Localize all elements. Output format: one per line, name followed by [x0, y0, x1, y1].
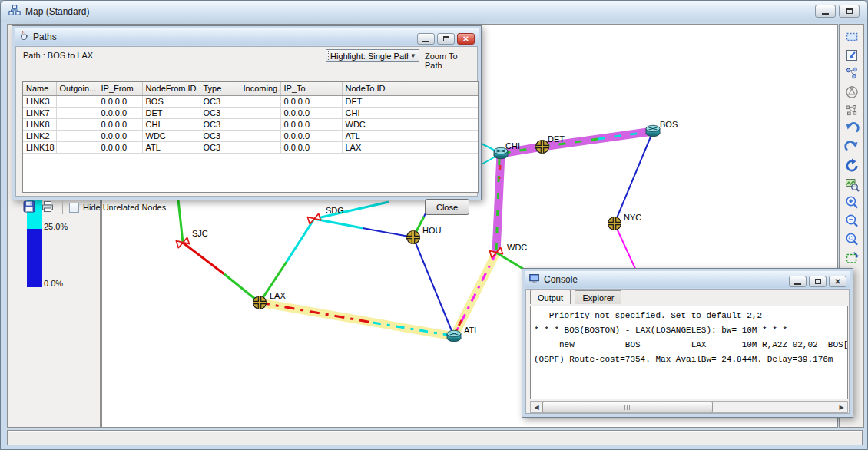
table-row[interactable]: LINK70.0.0.0DETOC30.0.0.0CHI: [23, 107, 479, 118]
scroll-left-icon[interactable]: ◀: [531, 402, 542, 412]
node-DET[interactable]: [536, 141, 549, 154]
highlight-mode-dropdown[interactable]: Highlight: Single Path ▼: [326, 49, 419, 62]
paths-dialog-footer: Hide Unrelated Nodes Close: [22, 197, 479, 217]
table-cell: [56, 130, 98, 141]
console-output[interactable]: ---Priority not specified. Set to defaul…: [530, 306, 848, 399]
minimize-button[interactable]: [815, 5, 836, 18]
console-title: Console: [544, 274, 578, 285]
table-cell: LINK7: [23, 107, 56, 118]
column-header[interactable]: Name: [23, 82, 56, 95]
node-HOU[interactable]: [407, 231, 420, 244]
table-cell: [240, 95, 280, 107]
map-link[interactable]: [615, 131, 653, 223]
zoom-out-icon[interactable]: [843, 212, 861, 230]
table-cell: OC3: [200, 107, 240, 118]
topology-nodes-icon[interactable]: [843, 65, 861, 83]
console-line: * * * BOS(BOSTON) - LAX(LOSANGELES): bw=…: [534, 323, 844, 338]
zoom-fit-icon[interactable]: [843, 175, 861, 194]
node-NYC[interactable]: [608, 217, 621, 230]
node-label: ATL: [464, 326, 479, 335]
maximize-button[interactable]: [839, 5, 860, 18]
graph-layout-icon[interactable]: [843, 101, 861, 120]
table-cell: [240, 141, 280, 153]
scroll-right-icon[interactable]: ▶: [836, 402, 847, 412]
console-line: (OSPF) Route-cost=7354. Max_AvailBw= 24.…: [534, 352, 844, 367]
tab-output[interactable]: Output: [530, 290, 571, 304]
table-cell: 0.0.0.0: [98, 95, 142, 107]
table-row[interactable]: LINK20.0.0.0WDCOC30.0.0.0ATL: [23, 130, 479, 141]
path-description: Path : BOS to LAX: [23, 51, 93, 60]
console-minimize-button[interactable]: [789, 276, 807, 287]
table-cell: LINK18: [23, 141, 56, 153]
column-header[interactable]: IP_From: [98, 82, 142, 95]
undo-icon[interactable]: [843, 120, 861, 138]
node-label: DET: [548, 134, 565, 144]
paths-table: NameOutgoin...IP_FromNodeFrom.IDTypeInco…: [22, 81, 479, 193]
node-label: SJC: [192, 229, 208, 238]
console-maximize-button[interactable]: [809, 276, 827, 287]
column-header[interactable]: Type: [200, 82, 240, 95]
table-cell: 0.0.0.0: [98, 130, 142, 141]
table-cell: [56, 107, 98, 118]
tab-explorer[interactable]: Explorer: [575, 290, 621, 304]
save-icon[interactable]: [22, 200, 38, 215]
column-header[interactable]: Outgoin...: [56, 82, 98, 95]
node-BOS[interactable]: [646, 125, 660, 136]
rotate-selection-icon[interactable]: [843, 249, 861, 267]
scrollbar-thumb[interactable]: [542, 402, 713, 412]
toolbar-separator: [62, 200, 63, 214]
console-body: Output Explorer ---Priority not specifie…: [525, 289, 850, 414]
scrollbar-track[interactable]: [542, 402, 836, 412]
node-LAX[interactable]: [253, 296, 267, 309]
map-link[interactable]: [183, 243, 224, 274]
console-window: Console ✕ Output Explorer ---Priority no…: [522, 268, 853, 418]
map-link[interactable]: [287, 219, 314, 262]
console-line: new BOS LAX 10M R,A2Z 02,02 BOS[(T: [534, 338, 844, 352]
console-line: ---Priority not specified. Set to defaul…: [534, 309, 844, 323]
table-row[interactable]: LINK30.0.0.0BOSOC30.0.0.0DET: [23, 95, 479, 107]
map-link[interactable]: [615, 223, 636, 270]
paths-minimize-button[interactable]: [417, 33, 435, 45]
table-cell: 0.0.0.0: [280, 107, 342, 118]
zoom-area-icon[interactable]: [843, 230, 861, 249]
paths-close-icon[interactable]: ✕: [457, 33, 475, 45]
column-header[interactable]: NodeTo.ID: [342, 82, 479, 95]
map-link[interactable]: [314, 219, 363, 228]
print-icon[interactable]: [41, 200, 56, 215]
map-link[interactable]: [413, 237, 454, 336]
table-cell: LINK2: [23, 130, 56, 141]
table-cell: WDC: [142, 130, 200, 141]
reset-view-icon[interactable]: [843, 157, 861, 175]
marquee-select-icon[interactable]: [843, 28, 861, 46]
monitor-icon: [528, 273, 540, 287]
table-cell: 0.0.0.0: [280, 95, 342, 107]
hide-unrelated-checkbox[interactable]: [69, 203, 79, 213]
hide-unrelated-label: Hide Unrelated Nodes: [83, 203, 166, 212]
column-header[interactable]: NodeFrom.ID: [142, 82, 200, 95]
console-close-icon[interactable]: ✕: [829, 276, 846, 287]
table-cell: 0.0.0.0: [280, 141, 342, 153]
import-view-icon[interactable]: [843, 46, 861, 65]
table-cell: 0.0.0.0: [280, 118, 342, 130]
circle-layout-icon[interactable]: [843, 83, 861, 101]
node-label: WDC: [507, 243, 527, 252]
map-link[interactable]: [363, 228, 413, 237]
column-header[interactable]: IP_To: [280, 82, 342, 95]
paths-maximize-button[interactable]: [437, 33, 455, 45]
horizontal-scrollbar[interactable]: ◀ ▶: [530, 401, 848, 413]
column-header[interactable]: Incoming...: [240, 82, 280, 95]
table-cell: LINK8: [23, 118, 56, 130]
node-label: BOS: [660, 120, 678, 129]
node-label: CHI: [505, 141, 520, 151]
close-button[interactable]: Close: [425, 199, 469, 215]
table-row[interactable]: LINK80.0.0.0CHIOC30.0.0.0WDC: [23, 118, 479, 130]
zoom-to-path-button[interactable]: Zoom To Path: [425, 51, 477, 70]
redo-icon[interactable]: [843, 138, 861, 157]
node-ATL[interactable]: [447, 330, 461, 341]
zoom-in-icon[interactable]: [843, 194, 861, 212]
node-label: LAX: [270, 291, 286, 300]
table-row[interactable]: LINK180.0.0.0ATLOC30.0.0.0LAX: [23, 141, 479, 153]
table-cell: ATL: [142, 141, 200, 153]
table-cell: 0.0.0.0: [280, 130, 342, 141]
table-cell: DET: [142, 107, 200, 118]
